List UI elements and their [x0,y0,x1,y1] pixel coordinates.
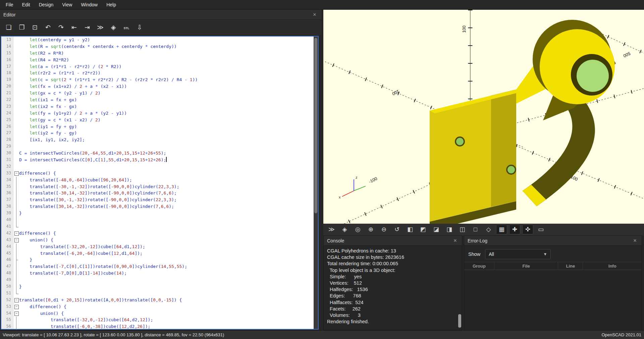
code-editor[interactable]: 1314151617181920212223242526272829303132… [1,36,319,330]
unindent-button[interactable]: ⇤ [69,22,79,33]
redo-button[interactable]: ↷ [56,22,66,33]
code-line[interactable] [19,163,314,170]
code-line[interactable]: let(fx = (x1+x2) / 2 + a * (x2 - x1)) [19,83,314,90]
code-line[interactable]: let(fy = (y1+y2) / 2 + a * (y2 - y1)) [19,110,314,117]
console-output[interactable]: CGAL Polyhedrons in cache: 13CGAL cache … [324,246,462,330]
fold-toggle[interactable] [13,297,19,303]
render-button[interactable]: ◈ [108,22,119,33]
code-line[interactable]: let(R = sqrt(centerdx * centerdx + cente… [19,43,314,50]
send-to-3d-print-button[interactable]: ⇩ [134,22,145,33]
code-fold-gutter[interactable] [13,37,19,329]
code-line[interactable]: translate([-30,-1,-32])rotate([-90,0,0])… [19,183,314,190]
view-top-button[interactable]: ◩ [418,225,429,234]
code-line[interactable]: let(a = (r1*r1 - r2*r2) / (2 * R2)) [19,63,314,70]
error-log-column-line[interactable]: Line [558,262,583,270]
view-back-button[interactable]: □ [470,225,481,234]
error-log-close-icon[interactable]: ✕ [632,238,638,243]
editor-scrollbar-thumb[interactable] [314,38,317,213]
indent-button[interactable]: ⇥ [82,22,93,33]
code-line[interactable]: let(iy1 = fy + gy) [19,123,314,130]
code-line[interactable] [19,277,314,283]
menu-help[interactable]: Help [102,0,120,9]
code-line[interactable]: let(centerdy = y1 - y2) [19,37,314,43]
fold-toggle[interactable] [13,303,19,310]
code-line[interactable]: union() { [19,310,314,317]
code-line[interactable]: difference() { [19,170,314,177]
code-line[interactable]: translate([-7,D[0],D[1]-14])cube(14); [19,270,314,277]
code-line[interactable]: let(c = sqrt(2 * (r1*r1 + r2*r2) / R2 - … [19,76,314,83]
editor-scrollbar[interactable] [314,37,318,329]
code-line[interactable]: let(R2 = R*R) [19,50,314,57]
render-button[interactable]: ◈ [339,225,350,234]
fold-toggle[interactable] [13,170,19,177]
code-text-area[interactable]: let(centerdy = y1 - y2) let(R = sqrt(cen… [19,37,314,329]
open-button[interactable]: ❐ [16,22,27,33]
code-line[interactable] [19,143,314,150]
code-line[interactable]: translate([-7,C[0],C[1]])rotate([0,90,0]… [19,263,314,270]
code-line[interactable]: let(ix2 = fx - gx) [19,103,314,110]
code-line[interactable]: translate([30,-1,-32])rotate([-90,0,0])c… [19,196,314,203]
menu-file[interactable]: File [1,0,18,9]
new-file-button[interactable]: ❏ [3,22,14,33]
perspective-button[interactable]: ◇ [483,225,494,234]
undo-button[interactable]: ↶ [43,22,53,33]
code-line[interactable]: translate([-30,14,-32])rotate([-90,0,0])… [19,190,314,196]
code-line[interactable]: let(R4 = R2*R2) [19,57,314,63]
code-line[interactable]: let(ix1 = fx + gx) [19,97,314,103]
reset-view-button[interactable]: ↺ [391,225,402,234]
save-button[interactable]: ⊡ [30,22,40,33]
code-line[interactable] [19,223,314,230]
code-line[interactable]: difference() { [19,303,314,310]
view-right-button[interactable]: ◧ [405,225,416,234]
error-log-column-file[interactable]: File [494,262,558,270]
code-line[interactable]: translate([30,14,-32])rotate([-90,0,0])c… [19,203,314,210]
menu-design[interactable]: Design [35,0,58,9]
export-stl-button[interactable]: STL [121,22,132,33]
code-line[interactable]: translate([-48,0,-64])cube([96,20,64]); [19,177,314,183]
console-scrollbar-thumb[interactable] [458,314,461,328]
fold-toggle[interactable] [13,237,19,243]
orthographic-button[interactable]: ▦ [496,225,507,234]
code-line[interactable]: C = intersectTwoCircles(20,-64,55,d1+20,… [19,150,314,157]
error-filter-dropdown[interactable]: All ▼ [485,249,551,259]
preview-button[interactable]: ≫ [326,225,337,234]
view-all-button[interactable]: ▭ [535,225,546,234]
code-line[interactable]: [ix1, iy1, ix2, iy2]; [19,136,314,143]
show-axes-button[interactable]: ✚ [509,225,520,234]
editor-close-icon[interactable]: ✕ [311,12,318,17]
code-line[interactable]: difference() { [19,230,314,237]
view-left-button[interactable]: ◨ [444,225,455,234]
code-line[interactable]: translate([0,d1 + 20,15])rotate([A,0,0])… [19,297,314,303]
code-line[interactable]: } [19,210,314,217]
menu-edit[interactable]: Edit [18,0,35,9]
menu-view[interactable]: View [58,0,76,9]
code-line[interactable]: D = intersectTwoCircles(C[0],C[1],55,d1+… [19,157,314,163]
code-line[interactable] [19,217,314,223]
code-line[interactable]: translate([-32,0,-12])cube([64,d2,12]); [19,317,314,323]
code-line[interactable]: let(gx = c * (y2 - y1) / 2) [19,90,314,97]
code-line[interactable]: union() { [19,237,314,243]
fold-toggle[interactable] [13,310,19,317]
zoom-out-button[interactable]: ⊖ [378,225,389,234]
code-line[interactable]: let(r2r2 = (r1*r1 - r2*r2)) [19,70,314,76]
menu-window[interactable]: Window [76,0,102,9]
error-log-column-info[interactable]: Info [583,262,642,270]
fold-toggle[interactable] [13,230,19,237]
preview-button[interactable]: ≫ [95,22,106,33]
zoom-in-button[interactable]: ⊕ [365,225,376,234]
view-bottom-button[interactable]: ◪ [431,225,442,234]
code-line[interactable]: translate([-6,20,-64])cube([12,d1,64]); [19,250,314,257]
console-close-icon[interactable]: ✕ [452,238,459,243]
view-front-button[interactable]: ◫ [457,225,468,234]
3d-viewport[interactable]: 100 100 -100 500 -100 x z [323,10,644,224]
zoom-all-button[interactable]: ◎ [352,225,363,234]
show-scale-markers-button[interactable]: ✜ [522,225,533,234]
code-line[interactable]: translate([-6,0,-38])cube([12,d2,26]); [19,323,314,329]
code-line[interactable]: let(gy = c * (x1 - x2) / 2) [19,117,314,123]
code-line[interactable]: } [19,257,314,263]
code-line[interactable]: translate([-32,20,-12])cube([64,d1,12]); [19,243,314,250]
code-line[interactable]: } [19,283,314,290]
code-line[interactable] [19,290,314,297]
error-log-column-group[interactable]: Group [464,262,494,270]
code-line[interactable]: let(iy2 = fy - gy) [19,130,314,136]
